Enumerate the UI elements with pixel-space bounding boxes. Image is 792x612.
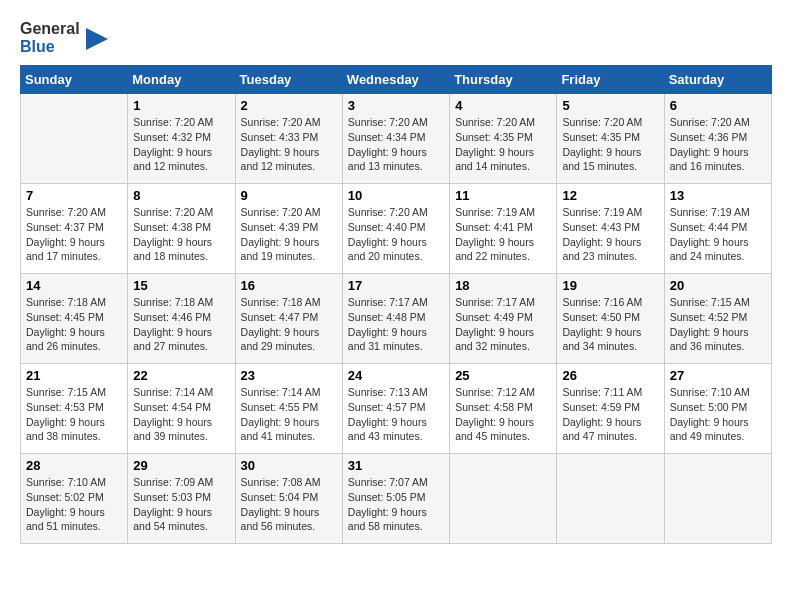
day-number: 18: [455, 278, 551, 293]
header-cell-sunday: Sunday: [21, 66, 128, 94]
calendar-cell: 10Sunrise: 7:20 AMSunset: 4:40 PMDayligh…: [342, 184, 449, 274]
day-info: Sunrise: 7:15 AMSunset: 4:52 PMDaylight:…: [670, 295, 766, 354]
day-info: Sunrise: 7:20 AMSunset: 4:38 PMDaylight:…: [133, 205, 229, 264]
calendar-cell: 4Sunrise: 7:20 AMSunset: 4:35 PMDaylight…: [450, 94, 557, 184]
calendar-cell: 16Sunrise: 7:18 AMSunset: 4:47 PMDayligh…: [235, 274, 342, 364]
week-row-5: 28Sunrise: 7:10 AMSunset: 5:02 PMDayligh…: [21, 454, 772, 544]
day-number: 31: [348, 458, 444, 473]
calendar-cell: 15Sunrise: 7:18 AMSunset: 4:46 PMDayligh…: [128, 274, 235, 364]
header-row: SundayMondayTuesdayWednesdayThursdayFrid…: [21, 66, 772, 94]
day-number: 15: [133, 278, 229, 293]
calendar-cell: 21Sunrise: 7:15 AMSunset: 4:53 PMDayligh…: [21, 364, 128, 454]
calendar-cell: [21, 94, 128, 184]
day-number: 23: [241, 368, 337, 383]
day-number: 27: [670, 368, 766, 383]
day-number: 8: [133, 188, 229, 203]
day-info: Sunrise: 7:20 AMSunset: 4:33 PMDaylight:…: [241, 115, 337, 174]
header-cell-wednesday: Wednesday: [342, 66, 449, 94]
day-info: Sunrise: 7:20 AMSunset: 4:37 PMDaylight:…: [26, 205, 122, 264]
header-cell-tuesday: Tuesday: [235, 66, 342, 94]
calendar-cell: [557, 454, 664, 544]
day-info: Sunrise: 7:11 AMSunset: 4:59 PMDaylight:…: [562, 385, 658, 444]
calendar-cell: 1Sunrise: 7:20 AMSunset: 4:32 PMDaylight…: [128, 94, 235, 184]
day-info: Sunrise: 7:19 AMSunset: 4:41 PMDaylight:…: [455, 205, 551, 264]
header-cell-thursday: Thursday: [450, 66, 557, 94]
week-row-2: 7Sunrise: 7:20 AMSunset: 4:37 PMDaylight…: [21, 184, 772, 274]
week-row-3: 14Sunrise: 7:18 AMSunset: 4:45 PMDayligh…: [21, 274, 772, 364]
logo-line1: General: [20, 20, 80, 38]
calendar-body: 1Sunrise: 7:20 AMSunset: 4:32 PMDaylight…: [21, 94, 772, 544]
calendar-cell: 23Sunrise: 7:14 AMSunset: 4:55 PMDayligh…: [235, 364, 342, 454]
day-info: Sunrise: 7:20 AMSunset: 4:40 PMDaylight:…: [348, 205, 444, 264]
calendar-cell: [450, 454, 557, 544]
day-info: Sunrise: 7:15 AMSunset: 4:53 PMDaylight:…: [26, 385, 122, 444]
day-info: Sunrise: 7:20 AMSunset: 4:32 PMDaylight:…: [133, 115, 229, 174]
day-info: Sunrise: 7:13 AMSunset: 4:57 PMDaylight:…: [348, 385, 444, 444]
day-info: Sunrise: 7:18 AMSunset: 4:47 PMDaylight:…: [241, 295, 337, 354]
header-cell-monday: Monday: [128, 66, 235, 94]
calendar-table: SundayMondayTuesdayWednesdayThursdayFrid…: [20, 65, 772, 544]
calendar-cell: 9Sunrise: 7:20 AMSunset: 4:39 PMDaylight…: [235, 184, 342, 274]
day-number: 21: [26, 368, 122, 383]
calendar-cell: 7Sunrise: 7:20 AMSunset: 4:37 PMDaylight…: [21, 184, 128, 274]
calendar-header: SundayMondayTuesdayWednesdayThursdayFrid…: [21, 66, 772, 94]
day-number: 11: [455, 188, 551, 203]
calendar-cell: 30Sunrise: 7:08 AMSunset: 5:04 PMDayligh…: [235, 454, 342, 544]
day-info: Sunrise: 7:20 AMSunset: 4:36 PMDaylight:…: [670, 115, 766, 174]
logo-line2: Blue: [20, 38, 80, 56]
day-info: Sunrise: 7:20 AMSunset: 4:35 PMDaylight:…: [455, 115, 551, 174]
day-number: 28: [26, 458, 122, 473]
calendar-cell: 29Sunrise: 7:09 AMSunset: 5:03 PMDayligh…: [128, 454, 235, 544]
logo-arrow-icon: [86, 28, 108, 50]
day-info: Sunrise: 7:17 AMSunset: 4:49 PMDaylight:…: [455, 295, 551, 354]
day-info: Sunrise: 7:20 AMSunset: 4:34 PMDaylight:…: [348, 115, 444, 174]
day-number: 20: [670, 278, 766, 293]
day-info: Sunrise: 7:12 AMSunset: 4:58 PMDaylight:…: [455, 385, 551, 444]
day-number: 14: [26, 278, 122, 293]
day-number: 19: [562, 278, 658, 293]
day-number: 13: [670, 188, 766, 203]
header: General Blue: [20, 20, 772, 55]
calendar-cell: 18Sunrise: 7:17 AMSunset: 4:49 PMDayligh…: [450, 274, 557, 364]
calendar-cell: 3Sunrise: 7:20 AMSunset: 4:34 PMDaylight…: [342, 94, 449, 184]
calendar-cell: 12Sunrise: 7:19 AMSunset: 4:43 PMDayligh…: [557, 184, 664, 274]
calendar-cell: 20Sunrise: 7:15 AMSunset: 4:52 PMDayligh…: [664, 274, 771, 364]
day-number: 10: [348, 188, 444, 203]
calendar-cell: 25Sunrise: 7:12 AMSunset: 4:58 PMDayligh…: [450, 364, 557, 454]
day-number: 9: [241, 188, 337, 203]
svg-marker-0: [86, 28, 108, 50]
calendar-cell: 5Sunrise: 7:20 AMSunset: 4:35 PMDaylight…: [557, 94, 664, 184]
day-number: 22: [133, 368, 229, 383]
day-number: 7: [26, 188, 122, 203]
day-number: 24: [348, 368, 444, 383]
day-info: Sunrise: 7:10 AMSunset: 5:00 PMDaylight:…: [670, 385, 766, 444]
day-info: Sunrise: 7:20 AMSunset: 4:39 PMDaylight:…: [241, 205, 337, 264]
day-info: Sunrise: 7:14 AMSunset: 4:54 PMDaylight:…: [133, 385, 229, 444]
day-info: Sunrise: 7:18 AMSunset: 4:46 PMDaylight:…: [133, 295, 229, 354]
day-info: Sunrise: 7:18 AMSunset: 4:45 PMDaylight:…: [26, 295, 122, 354]
calendar-cell: 26Sunrise: 7:11 AMSunset: 4:59 PMDayligh…: [557, 364, 664, 454]
day-number: 2: [241, 98, 337, 113]
day-number: 5: [562, 98, 658, 113]
week-row-1: 1Sunrise: 7:20 AMSunset: 4:32 PMDaylight…: [21, 94, 772, 184]
calendar-cell: 8Sunrise: 7:20 AMSunset: 4:38 PMDaylight…: [128, 184, 235, 274]
logo: General Blue: [20, 20, 108, 55]
calendar-cell: [664, 454, 771, 544]
day-info: Sunrise: 7:19 AMSunset: 4:44 PMDaylight:…: [670, 205, 766, 264]
day-number: 16: [241, 278, 337, 293]
day-info: Sunrise: 7:14 AMSunset: 4:55 PMDaylight:…: [241, 385, 337, 444]
calendar-cell: 14Sunrise: 7:18 AMSunset: 4:45 PMDayligh…: [21, 274, 128, 364]
calendar-cell: 22Sunrise: 7:14 AMSunset: 4:54 PMDayligh…: [128, 364, 235, 454]
day-number: 12: [562, 188, 658, 203]
logo-graphic: General Blue: [20, 20, 80, 55]
day-number: 17: [348, 278, 444, 293]
calendar-cell: 27Sunrise: 7:10 AMSunset: 5:00 PMDayligh…: [664, 364, 771, 454]
day-info: Sunrise: 7:08 AMSunset: 5:04 PMDaylight:…: [241, 475, 337, 534]
header-cell-saturday: Saturday: [664, 66, 771, 94]
calendar-cell: 17Sunrise: 7:17 AMSunset: 4:48 PMDayligh…: [342, 274, 449, 364]
day-number: 25: [455, 368, 551, 383]
calendar-cell: 19Sunrise: 7:16 AMSunset: 4:50 PMDayligh…: [557, 274, 664, 364]
calendar-cell: 2Sunrise: 7:20 AMSunset: 4:33 PMDaylight…: [235, 94, 342, 184]
day-info: Sunrise: 7:20 AMSunset: 4:35 PMDaylight:…: [562, 115, 658, 174]
day-number: 1: [133, 98, 229, 113]
